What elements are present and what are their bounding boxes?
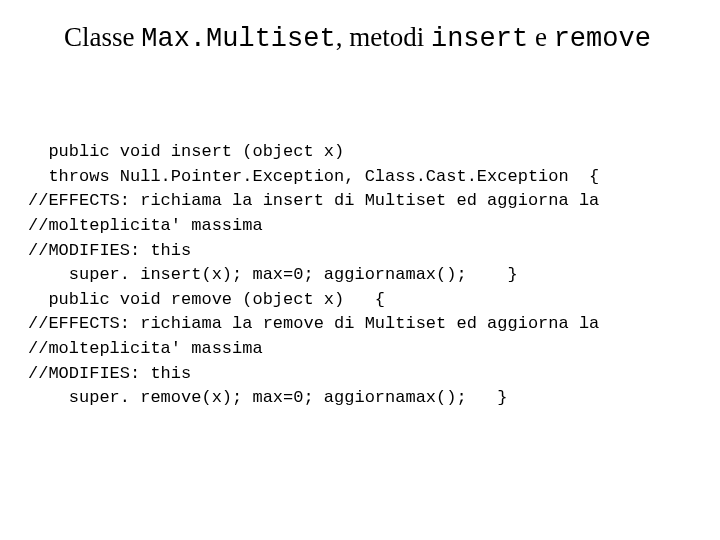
code-line: super. remove(x); max=0; aggiornamax(); … <box>28 388 507 407</box>
title-part-metodi: , metodi <box>336 22 431 52</box>
code-line: public void insert (object x) <box>28 142 344 161</box>
title-part-remove: remove <box>554 24 651 54</box>
code-line: super. insert(x); max=0; aggiornamax(); … <box>28 265 518 284</box>
slide-title: Classe Max.Multiset, metodi insert e rem… <box>64 22 690 54</box>
code-line: //MODIFIES: this <box>28 364 191 383</box>
title-part-insert: insert <box>431 24 528 54</box>
title-part-classe: Classe <box>64 22 141 52</box>
code-block: public void insert (object x) throws Nul… <box>28 140 690 411</box>
code-line: //EFFECTS: richiama la insert di Multise… <box>28 191 599 210</box>
code-line: //MODIFIES: this <box>28 241 191 260</box>
code-line: //molteplicita' massima <box>28 339 263 358</box>
title-part-e: e <box>528 22 553 52</box>
code-line: throws Null.Pointer.Exception, Class.Cas… <box>28 167 599 186</box>
code-line: //molteplicita' massima <box>28 216 263 235</box>
slide: Classe Max.Multiset, metodi insert e rem… <box>0 0 720 540</box>
code-line: //EFFECTS: richiama la remove di Multise… <box>28 314 599 333</box>
code-line: public void remove (object x) { <box>28 290 385 309</box>
title-part-maxmultiset: Max.Multiset <box>141 24 335 54</box>
